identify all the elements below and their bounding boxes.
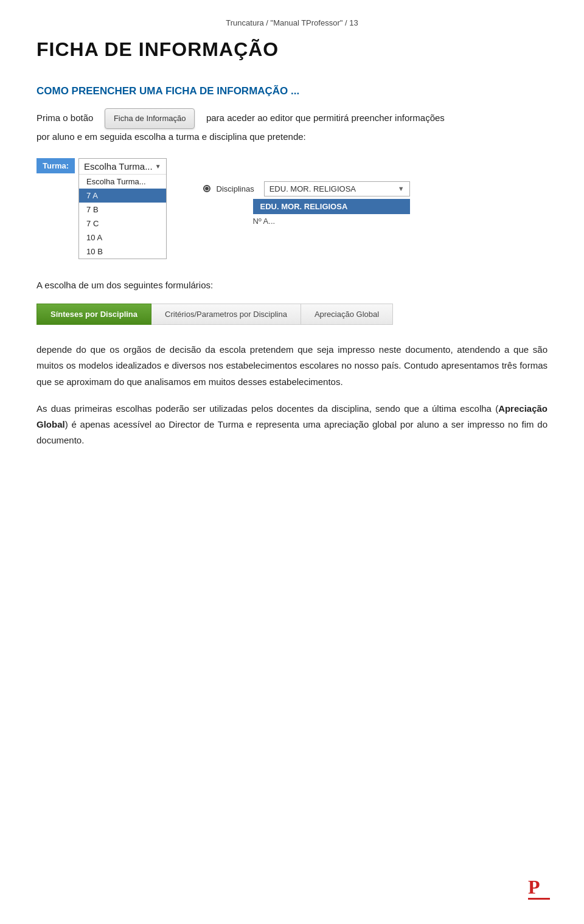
disciplinas-select[interactable]: EDU. MOR. RELIGIOSA ▼ bbox=[264, 181, 410, 196]
ficha-info-button[interactable]: Ficha de Informação bbox=[105, 108, 195, 129]
turma-wrapper: Turma: Escolha Turma... ▼ Escolha Turma.… bbox=[36, 158, 167, 259]
section-heading: COMO PREENCHER UMA FICHA DE INFORMAÇÃO .… bbox=[36, 85, 548, 97]
logo-underline bbox=[528, 898, 550, 900]
footer-logo: P bbox=[527, 877, 551, 900]
body-para2-end: ) é apenas acessível ao Director de Turm… bbox=[36, 419, 548, 445]
disciplinas-label: Disciplinas bbox=[217, 184, 254, 193]
intro-text-before-button: Prima o botão bbox=[36, 113, 93, 123]
tabs-bar: Sínteses por Disciplina Critérios/Parame… bbox=[36, 304, 548, 325]
turma-dropdown-arrow-icon: ▼ bbox=[155, 163, 161, 170]
formularios-para: A escolha de um dos seguintes formulário… bbox=[36, 277, 548, 293]
turma-item-7c[interactable]: 7 C bbox=[79, 217, 165, 231]
disciplinas-dropdown-arrow-icon: ▼ bbox=[398, 185, 405, 192]
turma-item-7b[interactable]: 7 B bbox=[79, 203, 165, 217]
page-title: FICHA DE INFORMAÇÃO bbox=[36, 38, 548, 61]
disciplinas-highlighted-item[interactable]: EDU. MOR. RELIGIOSA bbox=[253, 199, 410, 214]
body-para2-start: As duas primeiras escolhas poderão ser u… bbox=[36, 403, 498, 414]
disciplinas-selected-value: EDU. MOR. RELIGIOSA bbox=[269, 184, 356, 193]
turma-item-10a[interactable]: 10 A bbox=[79, 231, 165, 245]
intro-text-line3: por aluno e em seguida escolha a turma e… bbox=[36, 131, 306, 142]
turma-content: Escolha Turma... ▼ Escolha Turma... 7 A … bbox=[78, 158, 166, 259]
turma-select-row[interactable]: Escolha Turma... ▼ bbox=[79, 159, 165, 175]
turma-label: Turma: bbox=[36, 158, 75, 173]
turma-disciplinas-area: Turma: Escolha Turma... ▼ Escolha Turma.… bbox=[36, 158, 548, 259]
no-al-row: Nº A... bbox=[253, 217, 410, 226]
tab-apreciacao-global[interactable]: Apreciação Global bbox=[301, 304, 393, 325]
logo-letter: P bbox=[528, 877, 550, 897]
formularios-section: A escolha de um dos seguintes formulário… bbox=[36, 277, 548, 325]
intro-paragraph: Prima o botão Ficha de Informação para a… bbox=[36, 108, 548, 145]
body-paragraph-2: As duas primeiras escolhas poderão ser u… bbox=[36, 401, 548, 449]
tab-sinteses-disciplina[interactable]: Sínteses por Disciplina bbox=[36, 304, 151, 325]
disciplinas-panel: Disciplinas EDU. MOR. RELIGIOSA ▼ EDU. M… bbox=[203, 181, 410, 226]
turma-select-value: Escolha Turma... bbox=[84, 161, 153, 172]
intro-text-after-button: para aceder ao editor que permitirá pree… bbox=[206, 113, 445, 123]
no-al-label: Nº A... bbox=[253, 217, 276, 226]
body-paragraph-1: depende do que os orgãos de decisão da e… bbox=[36, 342, 548, 390]
turma-panel: Turma: Escolha Turma... ▼ Escolha Turma.… bbox=[36, 158, 167, 259]
turma-item-7a[interactable]: 7 A bbox=[79, 189, 165, 203]
breadcrumb: Truncatura / "Manual TProfessor" / 13 bbox=[36, 18, 548, 27]
turma-item-10b[interactable]: 10 B bbox=[79, 245, 165, 259]
disciplinas-top-row: Disciplinas EDU. MOR. RELIGIOSA ▼ bbox=[203, 181, 410, 196]
turma-dropdown-list: Escolha Turma... 7 A 7 B 7 C 10 A 10 B bbox=[79, 175, 165, 259]
tab-criterios-disciplina[interactable]: Critérios/Parametros por Disciplina bbox=[151, 304, 301, 325]
turma-item-placeholder[interactable]: Escolha Turma... bbox=[79, 175, 165, 189]
disciplinas-radio-icon[interactable] bbox=[203, 185, 210, 192]
